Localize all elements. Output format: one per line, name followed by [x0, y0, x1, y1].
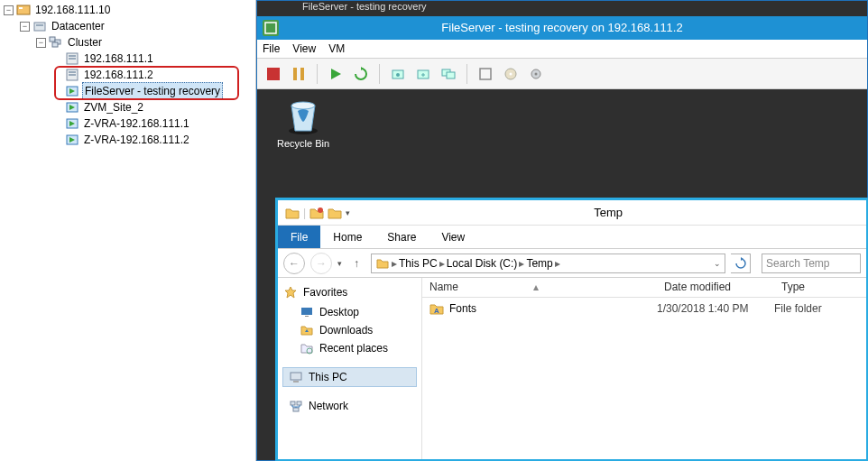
- ribbon-tab-file[interactable]: File: [278, 226, 320, 248]
- background-window-title: FileServer - testing recovery: [302, 1, 427, 12]
- forward-button[interactable]: →: [310, 253, 332, 274]
- menu-file[interactable]: File: [263, 42, 280, 55]
- ribbon-tab-view[interactable]: View: [429, 226, 477, 248]
- collapse-icon[interactable]: −: [4, 5, 14, 15]
- breadcrumb-separator-icon[interactable]: ▸: [439, 257, 445, 270]
- crumb-disk[interactable]: Local Disk (C:): [447, 257, 518, 270]
- file-date: 1/30/2018 1:40 PM: [657, 302, 774, 315]
- downloads-icon: [300, 323, 314, 337]
- collapse-icon[interactable]: −: [20, 22, 30, 32]
- sidebar-desktop[interactable]: Desktop: [283, 303, 416, 321]
- breadcrumb-separator-icon[interactable]: ▸: [555, 257, 560, 270]
- column-date[interactable]: Date modified: [657, 278, 774, 297]
- explorer-titlebar[interactable]: | ▾ Temp: [278, 200, 866, 226]
- cd-button[interactable]: [500, 63, 522, 85]
- fullscreen-button[interactable]: [475, 63, 496, 85]
- breadcrumb[interactable]: ▸ This PC ▸ Local Disk (C:) ▸ Temp ▸ ⌄: [371, 254, 725, 273]
- manage-snapshot-button[interactable]: [438, 63, 459, 85]
- search-placeholder: Search Temp: [766, 257, 829, 270]
- sidebar-label: Desktop: [319, 306, 359, 318]
- tree-node-root[interactable]: − 192.168.111.10: [4, 2, 255, 18]
- svg-rect-25: [300, 68, 304, 80]
- tree-node-datacenter[interactable]: − Datacenter: [4, 18, 255, 34]
- restart-button[interactable]: [350, 63, 372, 85]
- svg-text:A: A: [434, 307, 439, 315]
- explorer-navbar: ← → ▾ ↑ ▸ This PC ▸ Local Disk (C:) ▸ Te…: [278, 249, 866, 278]
- back-button[interactable]: ←: [283, 253, 305, 274]
- menu-vm[interactable]: VM: [328, 42, 345, 55]
- pause-button[interactable]: [288, 63, 309, 85]
- new-folder-icon[interactable]: [309, 206, 324, 220]
- refresh-button[interactable]: [731, 254, 751, 273]
- tree-node-host[interactable]: 192.168.111.2: [4, 67, 255, 83]
- search-input[interactable]: Search Temp: [762, 254, 861, 273]
- star-icon: [283, 285, 298, 300]
- svg-marker-42: [285, 287, 296, 298]
- toolbar-separator: [317, 64, 318, 84]
- svg-rect-44: [305, 316, 309, 317]
- desktop-icon: [300, 305, 314, 319]
- crumb-temp[interactable]: Temp: [526, 257, 552, 270]
- file-row[interactable]: A Fonts 1/30/2018 1:40 PM File folder: [422, 298, 866, 319]
- sort-indicator-icon: ▴: [533, 281, 539, 293]
- sidebar-recent[interactable]: Recent places: [283, 339, 416, 357]
- vm-powered-on-icon: [65, 100, 79, 115]
- tree-node-host[interactable]: 192.168.111.1: [4, 51, 255, 67]
- svg-point-35: [510, 72, 512, 75]
- sidebar-thispc[interactable]: This PC: [283, 368, 416, 386]
- tree-node-vm[interactable]: Z-VRA-192.168.111.2: [4, 132, 255, 148]
- ribbon-tab-home[interactable]: Home: [320, 226, 374, 248]
- sidebar-downloads[interactable]: Downloads: [283, 321, 416, 339]
- folder-icon: [375, 256, 390, 271]
- crumb-thispc[interactable]: This PC: [399, 257, 438, 270]
- column-type[interactable]: Type: [774, 278, 866, 297]
- breadcrumb-separator-icon[interactable]: ▸: [519, 257, 524, 270]
- history-dropdown-icon[interactable]: ▾: [337, 259, 342, 268]
- menu-view[interactable]: View: [292, 42, 316, 55]
- svg-rect-3: [36, 24, 43, 26]
- sidebar-favorites[interactable]: Favorites: [283, 285, 416, 300]
- svg-rect-48: [293, 381, 299, 383]
- chevron-down-icon[interactable]: ⌄: [714, 259, 721, 268]
- tree-node-cluster[interactable]: − Cluster: [4, 34, 255, 51]
- collapse-icon[interactable]: −: [36, 38, 46, 48]
- recycle-bin[interactable]: Recycle Bin: [272, 95, 335, 149]
- file-type: File folder: [774, 302, 866, 315]
- svg-rect-4: [50, 37, 55, 41]
- breadcrumb-separator-icon[interactable]: ▸: [392, 257, 397, 270]
- guest-desktop[interactable]: Recycle Bin | ▾ Temp File Home Share Vie…: [257, 89, 867, 460]
- snapshot-button[interactable]: [387, 63, 409, 85]
- console-toolbar: [257, 59, 867, 89]
- play-button[interactable]: [325, 63, 346, 85]
- computer-icon: [289, 370, 303, 384]
- console-title-text: FileServer - testing recovery on 192.168…: [441, 21, 682, 34]
- toolbar-separator: [379, 64, 380, 84]
- stop-button[interactable]: [263, 63, 284, 85]
- sidebar-label: Downloads: [319, 324, 373, 337]
- tree-node-vm[interactable]: Z-VRA-192.168.111.1: [4, 115, 255, 132]
- explorer-ribbon: File Home Share View: [278, 226, 866, 249]
- tree-node-vm-selected[interactable]: FileServer - testing recovery: [4, 83, 255, 99]
- folder-icon: [285, 206, 300, 220]
- tree-label: Z-VRA-192.168.111.2: [82, 132, 191, 148]
- sidebar-network[interactable]: Network: [283, 397, 416, 415]
- svg-point-39: [291, 102, 315, 109]
- vcenter-icon: [16, 3, 31, 17]
- folder-dropdown-icon[interactable]: [328, 206, 342, 220]
- console-titlebar[interactable]: FileServer - testing recovery on 192.168…: [257, 16, 867, 40]
- inventory-tree-pane: − 192.168.111.10 − Datacenter − Cluster …: [0, 0, 256, 461]
- svg-rect-33: [480, 69, 491, 79]
- svg-rect-32: [447, 72, 455, 78]
- settings-button[interactable]: [525, 63, 547, 85]
- file-name: Fonts: [449, 302, 476, 315]
- up-button[interactable]: ↑: [347, 254, 365, 272]
- recent-icon: [300, 341, 314, 355]
- column-name[interactable]: Name ▴: [422, 278, 657, 297]
- tree-node-vm[interactable]: ZVM_Site_2: [4, 99, 255, 115]
- svg-point-29: [396, 73, 400, 77]
- svg-rect-43: [301, 308, 312, 315]
- revert-snapshot-button[interactable]: [412, 63, 434, 85]
- ribbon-tab-share[interactable]: Share: [374, 226, 429, 248]
- svg-point-40: [318, 207, 323, 213]
- recycle-bin-label: Recycle Bin: [272, 138, 335, 149]
